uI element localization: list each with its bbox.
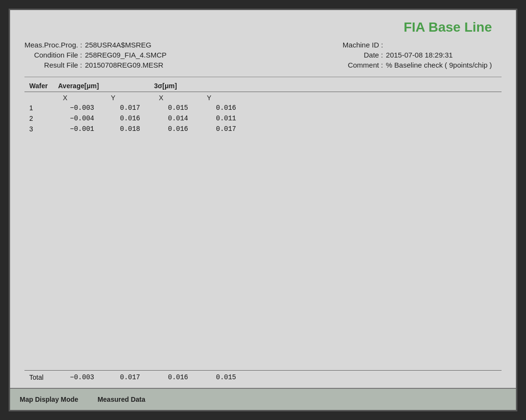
cell-avg-y: 0.018: [106, 125, 154, 133]
total-sigma-x: 0.016: [154, 373, 202, 381]
date-value: 2015-07-08 18:29:31: [386, 51, 453, 59]
machine-id-label: Machine ID :: [325, 41, 383, 49]
sigma-y-header: Y: [202, 94, 250, 102]
condition-file-label: Condition File :: [24, 51, 82, 59]
bottom-bar: Map Display Mode Measured Data: [10, 388, 516, 410]
meta-left: Meas.Proc.Prog. : 258USR4A$MSREG Conditi…: [24, 41, 167, 69]
cell-wafer: 1: [29, 104, 58, 112]
result-file-row: Result File : 20150708REG09.MESR: [24, 61, 167, 69]
table-section: Wafer Average[μm] 3σ[μm] X Y X Y 1 −0.00…: [24, 82, 502, 134]
meas-proc-row: Meas.Proc.Prog. : 258USR4A$MSREG: [24, 41, 167, 49]
cell-wafer: 3: [29, 125, 58, 133]
avg-y-header: Y: [106, 94, 154, 102]
cell-avg-y: 0.016: [106, 115, 154, 122]
total-row: Total −0.003 0.017 0.016 0.015: [24, 373, 502, 381]
table-row: 2 −0.004 0.016 0.014 0.011: [24, 113, 502, 124]
total-sigma-y: 0.015: [202, 373, 250, 381]
cell-sigma-x: 0.016: [154, 125, 202, 133]
total-section: Total −0.003 0.017 0.016 0.015: [24, 370, 502, 381]
cell-wafer: 2: [29, 115, 58, 122]
table-header-row2: X Y X Y: [24, 94, 502, 102]
total-avg-x: −0.003: [58, 373, 106, 381]
result-file-label: Result File :: [24, 61, 82, 69]
meta-right: Machine ID : Date : 2015-07-08 18:29:31 …: [325, 41, 502, 69]
cell-avg-x: −0.004: [58, 115, 106, 122]
comment-label: Comment :: [325, 61, 383, 69]
meas-proc-label: Meas.Proc.Prog. :: [24, 41, 82, 49]
cell-sigma-y: 0.017: [202, 125, 250, 133]
bottom-item-2: Measured Data: [97, 396, 145, 403]
cell-sigma-y: 0.016: [202, 104, 250, 112]
cell-sigma-x: 0.015: [154, 104, 202, 112]
comment-row: Comment : % Baseline check ( 9points/chi…: [325, 61, 492, 69]
cell-avg-x: −0.001: [58, 125, 106, 133]
total-avg-y: 0.017: [106, 373, 154, 381]
date-label: Date :: [325, 51, 383, 59]
wafer-header: Wafer: [29, 82, 58, 90]
cell-avg-y: 0.017: [106, 104, 154, 112]
cell-sigma-x: 0.014: [154, 115, 202, 122]
table-row: 3 −0.001 0.018 0.016 0.017: [24, 124, 502, 134]
machine-id-row: Machine ID :: [325, 41, 492, 49]
date-row: Date : 2015-07-08 18:29:31: [325, 51, 492, 59]
avg-x-header: X: [58, 94, 106, 102]
result-file-value: 20150708REG09.MESR: [85, 61, 163, 69]
divider-top: [24, 77, 502, 77]
sigma-header: 3σ[μm]: [154, 82, 250, 90]
total-label: Total: [29, 373, 58, 381]
wafer-sub-spacer: [29, 94, 58, 102]
cell-avg-x: −0.003: [58, 104, 106, 112]
meas-proc-value: 258USR4A$MSREG: [85, 41, 151, 49]
comment-value: % Baseline check ( 9points/chip ): [386, 61, 492, 69]
table-body: 1 −0.003 0.017 0.015 0.016 2 −0.004 0.01…: [24, 103, 502, 134]
sigma-x-header: X: [154, 94, 202, 102]
table-header-row1: Wafer Average[μm] 3σ[μm]: [24, 82, 502, 92]
condition-file-value: 258REG09_FIA_4.SMCP: [85, 51, 167, 59]
page-title: FIA Base Line: [24, 20, 502, 35]
avg-header: Average[μm]: [58, 82, 154, 90]
meta-section: Meas.Proc.Prog. : 258USR4A$MSREG Conditi…: [24, 41, 502, 69]
table-row: 1 −0.003 0.017 0.015 0.016: [24, 103, 502, 113]
condition-file-row: Condition File : 258REG09_FIA_4.SMCP: [24, 51, 167, 59]
screen: FIA Base Line Meas.Proc.Prog. : 258USR4A…: [9, 9, 517, 411]
cell-sigma-y: 0.011: [202, 115, 250, 122]
bottom-item-1: Map Display Mode: [20, 396, 78, 403]
